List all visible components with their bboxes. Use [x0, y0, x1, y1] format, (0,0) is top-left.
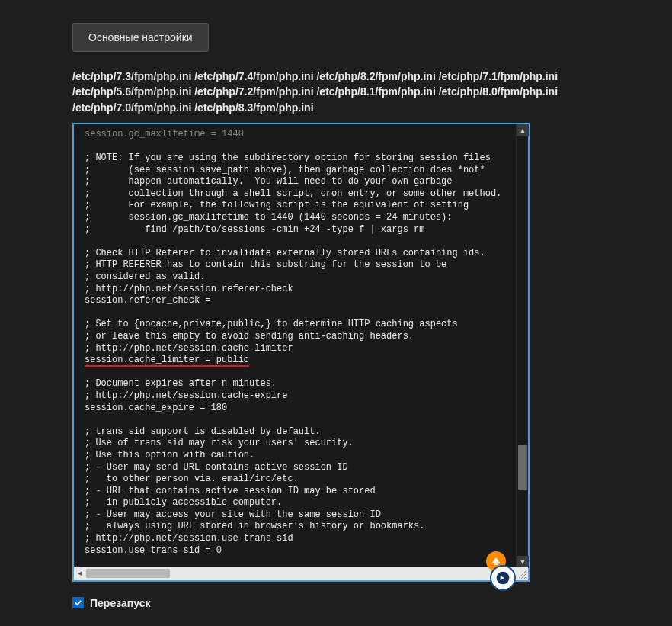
resize-grip[interactable] — [516, 567, 528, 580]
vertical-scrollbar[interactable]: ▲ ▼ — [516, 124, 528, 568]
horizontal-scroll-track[interactable] — [86, 567, 507, 580]
code-block-referer: ; Check HTTP Referer to invalidate exter… — [85, 248, 485, 306]
main-settings-button[interactable]: Основные настройки — [72, 23, 209, 52]
code-editor-panel: session.gc_maxlifetime = 1440 ; NOTE: If… — [72, 123, 530, 582]
code-editor[interactable]: session.gc_maxlifetime = 1440 ; NOTE: If… — [74, 124, 528, 568]
provider-logo-icon — [495, 570, 510, 586]
restart-checkbox-label: Перезапуск — [90, 597, 150, 609]
scroll-left-button[interactable]: ◄ — [74, 567, 86, 580]
arrow-down-icon: ▼ — [520, 558, 526, 566]
code-block-note: ; NOTE: If you are using the subdirector… — [85, 152, 501, 235]
code-block-cache-limiter-comment: ; Set to {nocache,private,public,} to de… — [85, 319, 458, 353]
restart-checkbox-row: Перезапуск — [72, 597, 600, 609]
horizontal-scrollbar[interactable]: ◄ ► — [74, 567, 519, 580]
php-ini-paths: /etc/php/7.3/fpm/php.ini /etc/php/7.4/fp… — [72, 69, 600, 115]
restart-checkbox[interactable] — [72, 597, 84, 608]
horizontal-scroll-thumb[interactable] — [86, 569, 170, 578]
scroll-up-button[interactable]: ▲ — [517, 124, 529, 136]
code-block-trans-sid: ; trans sid support is disabled by defau… — [85, 426, 424, 556]
vertical-scroll-thumb[interactable] — [518, 445, 527, 490]
check-icon — [74, 599, 82, 607]
code-highlighted-line: session.cache_limiter = public — [85, 355, 249, 367]
code-line-cut: session.gc_maxlifetime = 1440 — [85, 129, 244, 140]
provider-badge-button[interactable] — [490, 565, 516, 591]
code-block-cache-expire: ; Document expires after n minutes. ; ht… — [85, 378, 287, 413]
arrow-up-icon: ▲ — [520, 127, 526, 134]
arrow-left-icon: ◄ — [76, 569, 84, 577]
